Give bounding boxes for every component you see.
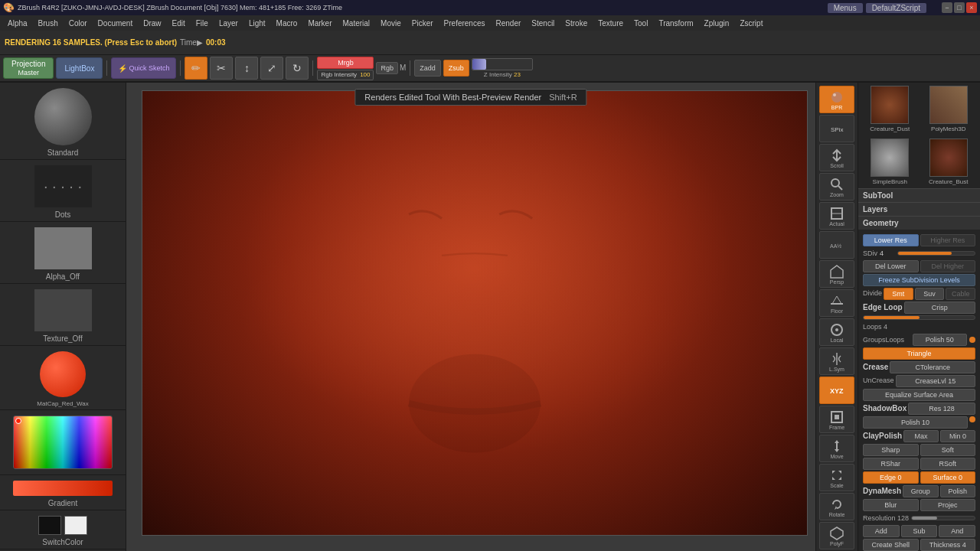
create-shell-button[interactable]: Create Shell [863, 539, 919, 551]
quick-sketch-button[interactable]: ⚡ Quick Sketch [111, 57, 176, 79]
nav-move[interactable]: Move [819, 435, 854, 462]
higher-res-button[interactable]: Higher Res [920, 234, 976, 246]
script-btn[interactable]: DefaultZScript [866, 3, 926, 13]
nav-xyz[interactable]: XYZ [819, 377, 854, 404]
menu-draw[interactable]: Draw [139, 18, 165, 28]
nav-actual[interactable]: Actual [819, 202, 854, 230]
res-128-button[interactable]: Res 128 [908, 403, 975, 415]
move-mode-button[interactable]: ↕ [235, 57, 258, 80]
subtool-header[interactable]: SubTool [858, 188, 980, 202]
scale-mode-button[interactable]: ⤢ [260, 57, 283, 80]
gradient-item[interactable]: Gradient [0, 475, 126, 510]
rshar-button[interactable]: RShar [863, 458, 919, 470]
menu-layer[interactable]: Layer [214, 18, 243, 28]
edit-mode-button[interactable]: ✂ [210, 57, 233, 80]
menu-brush[interactable]: Brush [34, 18, 63, 28]
nav-floor[interactable]: Floor [819, 289, 854, 317]
menu-file[interactable]: File [191, 18, 213, 28]
viewport-canvas[interactable] [142, 90, 808, 536]
equalize-button[interactable]: Equalize Surface Area [863, 389, 975, 401]
nav-aahalf[interactable]: AA½ [819, 231, 854, 259]
standard-material-item[interactable]: Standard [0, 83, 126, 160]
switch-color-item[interactable]: SwitchColor [0, 510, 126, 549]
thumb-simplebrush[interactable]: SimpleBrush [861, 139, 919, 185]
color-picker-item[interactable] [0, 410, 126, 475]
maximize-button[interactable]: □ [954, 2, 965, 13]
lower-res-button[interactable]: Lower Res [863, 234, 919, 246]
del-lower-button[interactable]: Del Lower [863, 260, 919, 272]
thickness-button[interactable]: Thickness 4 [920, 539, 976, 551]
dots-item[interactable]: · · · · · Dots [0, 160, 126, 222]
menu-edit[interactable]: Edit [168, 18, 190, 28]
rsoft-button[interactable]: RSoft [920, 458, 976, 470]
nav-bpr[interactable]: BPR [819, 86, 854, 113]
menu-render[interactable]: Render [492, 18, 526, 28]
alpha-item[interactable]: Alpha_Off [0, 222, 126, 284]
menu-picker[interactable]: Picker [407, 18, 438, 28]
edge-button[interactable]: Edge 0 [863, 471, 919, 484]
menu-stencil[interactable]: Stencil [527, 18, 559, 28]
freeze-button[interactable]: Freeze SubDivision Levels [863, 274, 975, 286]
layers-header[interactable]: Layers [858, 202, 980, 216]
menu-macro[interactable]: Macro [272, 18, 302, 28]
max-button[interactable]: Max [903, 430, 939, 442]
menu-stroke[interactable]: Stroke [560, 18, 592, 28]
soft-button[interactable]: Soft [920, 444, 976, 456]
smt-button[interactable]: Smt [884, 288, 913, 300]
suv-button[interactable]: Suv [915, 288, 945, 300]
crisp-button[interactable]: Crisp [904, 302, 975, 314]
menu-texture[interactable]: Texture [593, 18, 628, 28]
minimize-button[interactable]: − [942, 2, 952, 13]
menu-tool[interactable]: Tool [629, 18, 652, 28]
z-intensity-bar[interactable] [472, 58, 533, 70]
black-swatch[interactable] [38, 516, 61, 535]
projec-button[interactable]: Projec [920, 499, 976, 511]
polish-50-button[interactable]: Polish 50 [913, 334, 968, 346]
menu-transform[interactable]: Transform [654, 18, 697, 28]
triangle-button[interactable]: Triangle [863, 347, 975, 360]
texture-item[interactable]: Texture_Off [0, 284, 126, 346]
nav-local[interactable]: Local [819, 318, 854, 346]
menu-marker[interactable]: Marker [303, 18, 336, 28]
menu-material[interactable]: Material [338, 18, 375, 28]
ctolerance-button[interactable]: CTolerance [890, 361, 975, 373]
nav-lsym[interactable]: L.Sym [819, 347, 854, 375]
edge-loop-slider[interactable] [863, 315, 975, 320]
menu-movie[interactable]: Movie [376, 18, 406, 28]
blur-button[interactable]: Blur [863, 499, 919, 511]
del-higher-button[interactable]: Del Higher [920, 260, 976, 272]
polish-10-button[interactable]: Polish 10 [863, 416, 968, 429]
crease-lvl-button[interactable]: CreaseLvl 15 [896, 375, 975, 387]
draw-mode-button[interactable]: ✏ [185, 57, 207, 80]
menu-light[interactable]: Light [244, 18, 270, 28]
group-button[interactable]: Group [903, 485, 939, 497]
menu-color[interactable]: Color [64, 18, 92, 28]
rotate-mode-button[interactable]: ↻ [286, 57, 309, 80]
menu-document[interactable]: Document [93, 18, 138, 28]
sdiv-slider[interactable] [897, 251, 975, 256]
sharp-button[interactable]: Sharp [863, 444, 919, 456]
menu-preferences[interactable]: Preferences [439, 18, 490, 28]
nav-persp[interactable]: Persp [819, 260, 854, 288]
zsub-button[interactable]: Zsub [443, 60, 469, 77]
thumb-polymesh[interactable]: PolyMesh3D [920, 86, 978, 132]
color-picker[interactable] [13, 416, 113, 469]
menu-zplugin[interactable]: Zplugin [700, 18, 734, 28]
resolution-slider[interactable] [911, 516, 975, 520]
projection-master-button[interactable]: Projection Master [3, 57, 54, 79]
rgb-button[interactable]: Rgb [376, 62, 398, 74]
menu-alpha[interactable]: Alpha [3, 18, 32, 28]
sub-button[interactable]: Sub [901, 525, 938, 537]
nav-spix[interactable]: SPix [819, 115, 854, 142]
nav-polyf[interactable]: PolyF [819, 522, 854, 549]
mrgb-button[interactable]: Mrgb [317, 57, 374, 69]
nav-rotate[interactable]: Rotate [819, 493, 854, 520]
surface-button[interactable]: Surface 0 [920, 471, 976, 484]
nav-scroll[interactable]: Scroll [819, 144, 854, 171]
zadd-button[interactable]: Zadd [414, 60, 441, 77]
white-swatch[interactable] [64, 516, 87, 535]
menus-btn[interactable]: Menus [828, 3, 863, 13]
nav-scale[interactable]: Scale [819, 464, 854, 491]
thumb-creature1[interactable]: Creature_Dust [861, 86, 919, 132]
cable-button[interactable]: Cable [946, 288, 975, 300]
